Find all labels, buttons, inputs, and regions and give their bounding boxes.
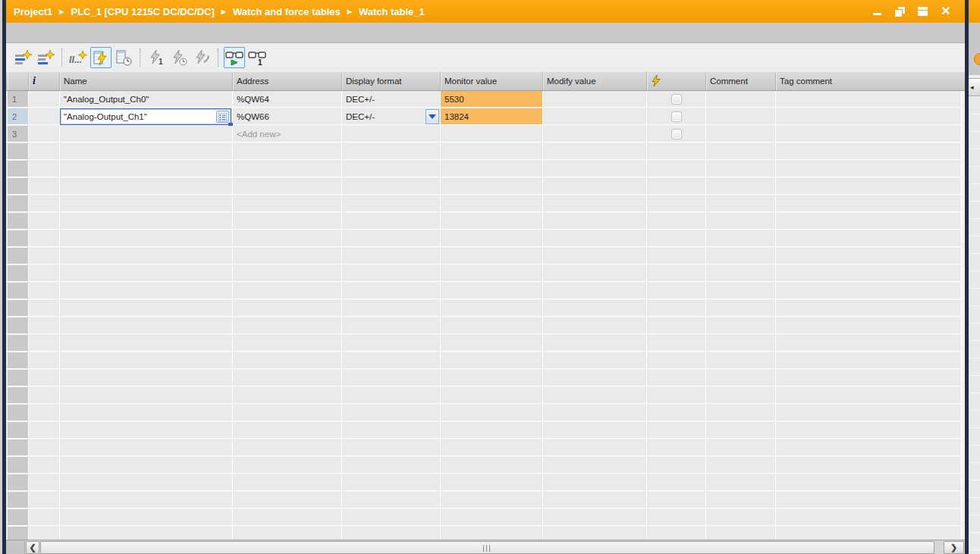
address-cell[interactable]: %QW66 (233, 108, 342, 125)
empty-cell[interactable] (441, 196, 543, 212)
modify-value-cell[interactable] (543, 126, 647, 142)
row-number[interactable] (8, 457, 29, 474)
breadcrumb-plc[interactable]: PLC_1 [CPU 1215C DC/DC/DC] (71, 6, 214, 17)
name-cell[interactable] (60, 126, 233, 142)
row-number[interactable] (8, 352, 29, 369)
row-number[interactable] (8, 335, 29, 352)
empty-cell[interactable] (233, 300, 342, 317)
empty-cell[interactable] (543, 335, 647, 352)
modify-trigger-cell[interactable] (647, 387, 706, 404)
empty-cell[interactable] (706, 509, 776, 526)
add-row-button[interactable] (35, 47, 56, 68)
empty-cell[interactable] (60, 161, 233, 177)
empty-cell[interactable] (60, 283, 233, 299)
empty-cell[interactable] (29, 265, 60, 282)
empty-cell[interactable] (233, 422, 342, 439)
empty-cell[interactable] (706, 387, 776, 404)
empty-cell[interactable] (342, 143, 441, 160)
empty-cell[interactable] (60, 213, 233, 230)
row-number[interactable] (8, 178, 29, 195)
empty-cell[interactable] (706, 143, 776, 160)
empty-cell[interactable] (29, 178, 60, 195)
empty-cell[interactable] (706, 283, 776, 299)
row-number[interactable] (8, 527, 29, 540)
empty-cell[interactable] (342, 161, 441, 177)
modify-trigger-cell[interactable] (647, 230, 706, 247)
empty-cell[interactable] (29, 492, 60, 509)
empty-cell[interactable] (706, 422, 776, 439)
modify-trigger-cell[interactable] (647, 143, 706, 160)
empty-cell[interactable] (543, 143, 647, 160)
empty-cell[interactable] (342, 370, 441, 387)
name-cell[interactable]: "Analog_Output_Ch0" (60, 91, 233, 108)
scroll-left-button[interactable]: ❮ (26, 541, 39, 554)
empty-cell[interactable] (29, 457, 60, 474)
empty-cell[interactable] (29, 474, 60, 491)
modify-trigger-cell[interactable] (647, 474, 706, 491)
empty-cell[interactable] (441, 300, 543, 317)
empty-cell[interactable] (233, 352, 342, 369)
empty-cell[interactable] (441, 492, 543, 509)
empty-cell[interactable] (441, 143, 543, 160)
row-number[interactable] (8, 318, 29, 334)
modify-trigger-cell[interactable] (647, 161, 706, 177)
empty-cell[interactable] (441, 440, 543, 456)
empty-cell[interactable] (441, 474, 543, 491)
empty-cell[interactable] (441, 318, 543, 334)
modify-trigger-cell[interactable] (647, 335, 706, 352)
empty-cell[interactable] (233, 178, 342, 195)
monitor-once-button[interactable] (113, 47, 134, 68)
empty-cell[interactable] (29, 422, 60, 439)
empty-cell[interactable] (441, 509, 543, 526)
empty-cell[interactable] (776, 387, 962, 404)
empty-cell[interactable] (233, 370, 342, 387)
empty-cell[interactable] (706, 178, 776, 195)
empty-cell[interactable] (706, 440, 776, 456)
empty-cell[interactable] (60, 509, 233, 526)
display-format-cell[interactable]: DEC+/- (342, 91, 441, 108)
empty-cell[interactable] (29, 405, 60, 421)
empty-cell[interactable] (441, 161, 543, 177)
empty-cell[interactable] (543, 457, 647, 474)
empty-cell[interactable] (543, 265, 647, 282)
empty-cell[interactable] (233, 492, 342, 509)
display-format-cell[interactable] (342, 126, 441, 142)
modify-trigger-cell[interactable] (647, 213, 706, 230)
row-number[interactable] (8, 143, 29, 160)
modify-trigger-cell[interactable] (647, 352, 706, 369)
empty-cell[interactable] (60, 527, 233, 540)
empty-cell[interactable] (776, 230, 962, 247)
row-number[interactable] (8, 440, 29, 456)
empty-cell[interactable] (543, 387, 647, 404)
empty-cell[interactable] (776, 248, 962, 264)
empty-cell[interactable] (233, 509, 342, 526)
empty-cell[interactable] (441, 213, 543, 230)
empty-cell[interactable] (706, 335, 776, 352)
modify-enable-checkbox[interactable] (671, 129, 682, 139)
empty-cell[interactable] (543, 474, 647, 491)
empty-cell[interactable] (776, 161, 962, 177)
modify-value-cell[interactable] (543, 108, 647, 125)
empty-cell[interactable] (60, 178, 233, 195)
empty-cell[interactable] (233, 161, 342, 177)
empty-cell[interactable] (543, 405, 647, 421)
empty-cell[interactable] (543, 161, 647, 177)
modify-trigger-cell[interactable] (647, 492, 706, 509)
empty-cell[interactable] (233, 405, 342, 421)
empty-cell[interactable] (233, 318, 342, 334)
monitor-value-cell[interactable]: 13824 (441, 108, 543, 125)
empty-cell[interactable] (706, 527, 776, 540)
empty-cell[interactable] (543, 196, 647, 212)
monitor-all-button[interactable] (90, 47, 112, 68)
empty-cell[interactable] (342, 509, 441, 526)
empty-cell[interactable] (706, 318, 776, 334)
empty-cell[interactable] (233, 213, 342, 230)
modify-trigger-cell[interactable] (647, 440, 706, 456)
empty-cell[interactable] (29, 213, 60, 230)
empty-cell[interactable] (29, 230, 60, 247)
empty-cell[interactable] (441, 387, 543, 404)
empty-cell[interactable] (29, 318, 60, 334)
empty-cell[interactable] (60, 440, 233, 456)
empty-cell[interactable] (706, 370, 776, 387)
empty-cell[interactable] (776, 422, 962, 439)
